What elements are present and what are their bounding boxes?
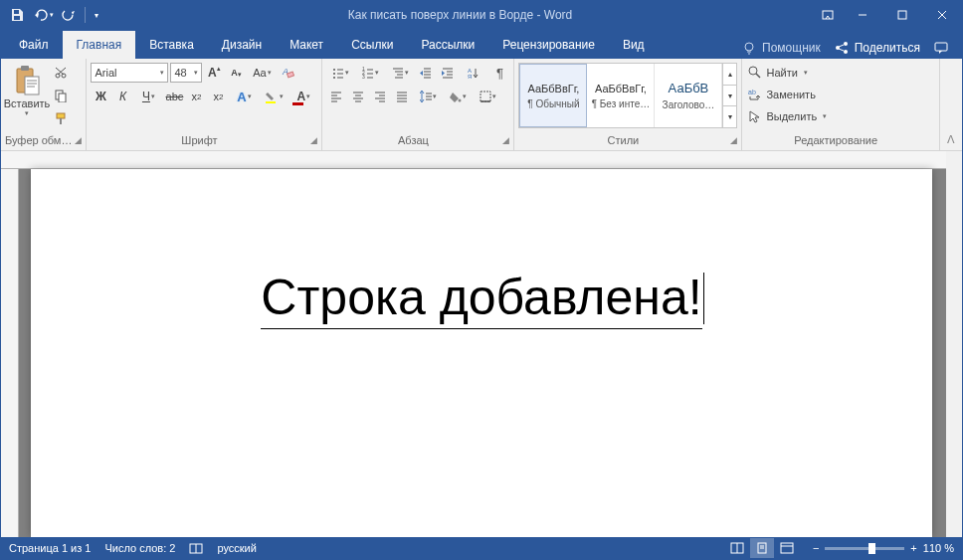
align-right-button[interactable] [370, 87, 390, 106]
zoom-thumb[interactable] [868, 543, 875, 554]
select-button[interactable]: Выделить ▾ [746, 106, 829, 126]
paintbrush-icon [54, 111, 68, 125]
qat-customize[interactable]: ▾ [90, 3, 103, 27]
tab-layout[interactable]: Макет [276, 31, 337, 59]
clipboard-launcher[interactable]: ◢ [75, 135, 82, 145]
tab-home[interactable]: Главная [63, 31, 136, 59]
subscript-button[interactable]: x2 [186, 87, 206, 106]
save-button[interactable] [5, 3, 29, 27]
close-button[interactable] [922, 1, 962, 29]
decrease-indent-button[interactable] [416, 63, 436, 83]
align-left-button[interactable] [326, 87, 346, 106]
undo-button[interactable]: ▾ [31, 3, 55, 27]
underline-button[interactable]: Ч▾ [134, 87, 162, 106]
minimize-button[interactable] [843, 1, 882, 29]
group-label-paragraph: Абзац◢ [326, 134, 509, 150]
multilevel-list-button[interactable]: ▾ [386, 63, 414, 83]
collapse-ribbon-button[interactable]: ᐱ [940, 59, 962, 150]
tab-review[interactable]: Рецензирование [488, 31, 609, 59]
clear-formatting-button[interactable]: A [278, 63, 297, 83]
tab-view[interactable]: Вид [609, 31, 659, 59]
title-bar: ▾ ▾ Как писать поверх линии в Ворде - Wo… [1, 1, 962, 29]
word-count[interactable]: Число слов: 2 [104, 542, 175, 554]
strikethrough-button[interactable]: abc [164, 87, 184, 106]
style-heading1[interactable]: АаБбВ Заголово… [655, 64, 722, 127]
gallery-down[interactable]: ▾ [723, 86, 736, 107]
svg-rect-0 [14, 10, 19, 14]
find-button[interactable]: Найти ▾ [746, 63, 829, 83]
tab-insert[interactable]: Вставка [135, 31, 208, 59]
align-center-button[interactable] [348, 87, 368, 106]
svg-text:ab: ab [748, 89, 756, 95]
tab-mailings[interactable]: Рассылки [407, 31, 488, 59]
replace-button[interactable]: ab Заменить [746, 85, 829, 104]
superscript-button[interactable]: x2 [208, 87, 228, 106]
gallery-up[interactable]: ▴ [723, 64, 736, 86]
tell-me[interactable]: Помощник [742, 41, 821, 55]
zoom-level[interactable]: 110 % [923, 542, 954, 554]
maximize-button[interactable] [882, 1, 922, 29]
print-layout-button[interactable] [750, 538, 774, 558]
cut-button[interactable] [51, 63, 71, 83]
highlight-button[interactable]: ▾ [260, 87, 288, 106]
web-layout-button[interactable] [775, 538, 799, 558]
line-spacing-button[interactable]: ▾ [414, 87, 442, 106]
paste-button[interactable]: Вставить ▾ [5, 63, 49, 119]
zoom-in-button[interactable]: + [910, 542, 916, 554]
ribbon-display-options[interactable] [813, 1, 843, 29]
shading-button[interactable]: ▾ [444, 87, 472, 106]
vertical-scrollbar[interactable] [946, 151, 962, 537]
style-no-spacing[interactable]: АаБбВвГг, ¶ Без инте… [587, 64, 655, 127]
language-indicator[interactable]: русский [217, 542, 256, 554]
zoom-slider[interactable] [825, 547, 904, 550]
tab-design[interactable]: Дизайн [208, 31, 276, 59]
share-button[interactable]: Поделиться [829, 37, 926, 59]
page-indicator[interactable]: Страница 1 из 1 [9, 542, 91, 554]
text-effects-button[interactable]: A▾ [230, 87, 258, 106]
borders-button[interactable]: ▾ [474, 87, 501, 106]
gallery-more[interactable]: ▾ [723, 106, 736, 127]
format-painter-button[interactable] [51, 108, 71, 128]
show-marks-button[interactable]: ¶ [489, 63, 509, 83]
comments-icon[interactable] [934, 41, 956, 55]
document-area: Строка добавлена! [1, 151, 962, 537]
group-clipboard: Вставить ▾ Буфер обм…◢ [1, 59, 87, 150]
redo-button[interactable] [57, 3, 81, 27]
font-launcher[interactable]: ◢ [310, 135, 317, 145]
bullets-button[interactable]: ▾ [326, 63, 354, 83]
view-buttons [725, 538, 799, 558]
horizontal-ruler[interactable] [1, 151, 946, 169]
tab-references[interactable]: Ссылки [337, 31, 407, 59]
bold-button[interactable]: Ж [91, 87, 110, 106]
change-case-button[interactable]: Aa▾ [248, 63, 276, 83]
outdent-icon [420, 67, 432, 79]
styles-launcher[interactable]: ◢ [730, 135, 737, 145]
justify-button[interactable] [392, 87, 412, 106]
italic-button[interactable]: К [112, 87, 132, 106]
zoom-out-button[interactable]: − [813, 542, 819, 554]
tab-file[interactable]: Файл [5, 31, 63, 59]
svg-line-82 [756, 74, 760, 78]
svg-point-81 [749, 67, 757, 75]
increase-indent-button[interactable] [438, 63, 458, 83]
text-cursor [703, 273, 704, 324]
page[interactable]: Строка добавлена! [31, 169, 932, 537]
paragraph-launcher[interactable]: ◢ [502, 135, 509, 145]
vertical-ruler[interactable] [1, 169, 19, 537]
copy-button[interactable] [51, 86, 71, 105]
sort-button[interactable]: AЯ [460, 63, 487, 83]
font-name-input[interactable]: Arial▾ [91, 63, 168, 83]
read-mode-button[interactable] [725, 538, 749, 558]
document-text[interactable]: Строка добавлена! [261, 269, 701, 329]
style-normal[interactable]: АаБбВвГг, ¶ Обычный [519, 64, 587, 127]
paint-bucket-icon [450, 91, 462, 102]
svg-point-78 [458, 99, 461, 102]
font-color-button[interactable]: A▾ [289, 87, 317, 106]
svg-point-35 [333, 73, 335, 75]
font-size-input[interactable]: 48▾ [170, 63, 202, 83]
svg-point-11 [844, 42, 848, 46]
grow-font-button[interactable]: A▴ [204, 63, 224, 83]
proofing-button[interactable] [189, 541, 203, 555]
numbering-button[interactable]: 123▾ [356, 63, 384, 83]
shrink-font-button[interactable]: A▾ [226, 63, 246, 83]
